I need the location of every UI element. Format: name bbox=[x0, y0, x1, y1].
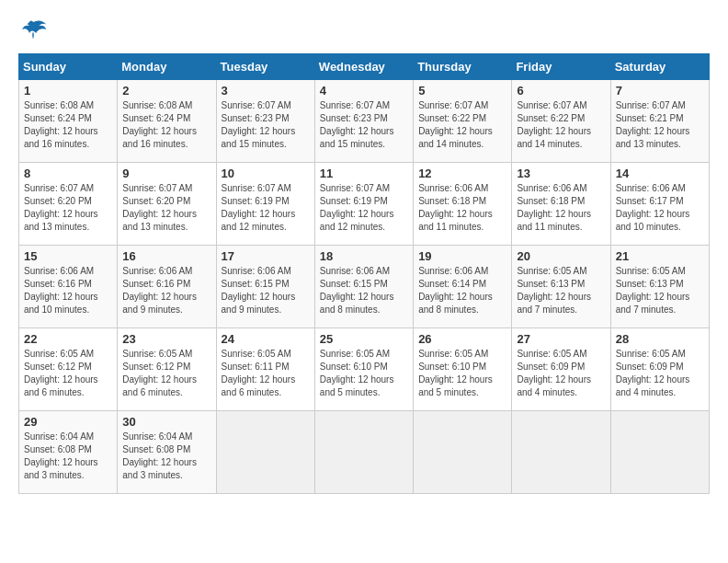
day-info: Sunrise: 6:08 AMSunset: 6:24 PMDaylight:… bbox=[24, 99, 112, 151]
calendar-cell: 11 Sunrise: 6:07 AMSunset: 6:19 PMDaylig… bbox=[314, 163, 413, 246]
calendar-week-1: 1 Sunrise: 6:08 AMSunset: 6:24 PMDayligh… bbox=[19, 80, 710, 163]
day-number: 5 bbox=[418, 84, 506, 98]
day-number: 24 bbox=[222, 332, 310, 346]
day-info: Sunrise: 6:04 AMSunset: 6:08 PMDaylight:… bbox=[24, 431, 112, 482]
calendar-cell: 13 Sunrise: 6:06 AMSunset: 6:18 PMDaylig… bbox=[512, 163, 610, 246]
calendar-cell: 26 Sunrise: 6:05 AMSunset: 6:10 PMDaylig… bbox=[414, 328, 512, 411]
day-info: Sunrise: 6:05 AMSunset: 6:09 PMDaylight:… bbox=[517, 348, 605, 399]
day-number: 14 bbox=[616, 167, 704, 180]
day-number: 11 bbox=[320, 167, 408, 180]
calendar-cell: 23 Sunrise: 6:05 AMSunset: 6:12 PMDaylig… bbox=[118, 328, 216, 411]
day-header-tuesday: Tuesday bbox=[216, 54, 314, 80]
day-header-thursday: Thursday bbox=[414, 54, 512, 80]
day-info: Sunrise: 6:06 AMSunset: 6:15 PMDaylight:… bbox=[320, 265, 408, 316]
day-number: 1 bbox=[24, 84, 112, 98]
day-info: Sunrise: 6:06 AMSunset: 6:17 PMDaylight:… bbox=[616, 182, 704, 234]
calendar-cell: 29 Sunrise: 6:04 AMSunset: 6:08 PMDaylig… bbox=[19, 411, 118, 494]
calendar-week-3: 15 Sunrise: 6:06 AMSunset: 6:16 PMDaylig… bbox=[19, 246, 710, 328]
day-number: 20 bbox=[517, 249, 605, 263]
day-number: 16 bbox=[122, 249, 210, 263]
day-number: 22 bbox=[24, 332, 112, 346]
day-number: 25 bbox=[320, 332, 408, 346]
calendar-cell: 6 Sunrise: 6:07 AMSunset: 6:22 PMDayligh… bbox=[512, 80, 610, 163]
day-number: 13 bbox=[517, 167, 605, 180]
calendar-cell: 16 Sunrise: 6:06 AMSunset: 6:16 PMDaylig… bbox=[118, 246, 216, 328]
calendar-cell bbox=[414, 411, 512, 494]
day-number: 12 bbox=[418, 167, 506, 180]
day-number: 6 bbox=[517, 84, 605, 98]
day-header-monday: Monday bbox=[118, 54, 216, 80]
day-number: 29 bbox=[24, 415, 112, 429]
day-number: 3 bbox=[222, 84, 310, 98]
calendar-body: 1 Sunrise: 6:08 AMSunset: 6:24 PMDayligh… bbox=[19, 80, 710, 494]
logo bbox=[18, 18, 51, 44]
calendar-cell: 24 Sunrise: 6:05 AMSunset: 6:11 PMDaylig… bbox=[216, 328, 314, 411]
day-info: Sunrise: 6:07 AMSunset: 6:20 PMDaylight:… bbox=[122, 182, 210, 234]
calendar-cell: 21 Sunrise: 6:05 AMSunset: 6:13 PMDaylig… bbox=[610, 246, 709, 328]
day-info: Sunrise: 6:07 AMSunset: 6:19 PMDaylight:… bbox=[222, 182, 310, 234]
calendar-cell bbox=[512, 411, 610, 494]
day-info: Sunrise: 6:06 AMSunset: 6:16 PMDaylight:… bbox=[122, 265, 210, 316]
day-info: Sunrise: 6:06 AMSunset: 6:18 PMDaylight:… bbox=[517, 182, 605, 234]
calendar-cell: 22 Sunrise: 6:05 AMSunset: 6:12 PMDaylig… bbox=[19, 328, 118, 411]
calendar-cell: 3 Sunrise: 6:07 AMSunset: 6:23 PMDayligh… bbox=[216, 80, 314, 163]
day-info: Sunrise: 6:05 AMSunset: 6:11 PMDaylight:… bbox=[222, 348, 310, 399]
calendar-header: SundayMondayTuesdayWednesdayThursdayFrid… bbox=[19, 54, 710, 80]
calendar-cell: 25 Sunrise: 6:05 AMSunset: 6:10 PMDaylig… bbox=[314, 328, 413, 411]
day-info: Sunrise: 6:05 AMSunset: 6:12 PMDaylight:… bbox=[122, 348, 210, 399]
calendar-table: SundayMondayTuesdayWednesdayThursdayFrid… bbox=[18, 53, 710, 494]
day-number: 9 bbox=[122, 167, 210, 180]
day-header-friday: Friday bbox=[512, 54, 610, 80]
day-info: Sunrise: 6:06 AMSunset: 6:15 PMDaylight:… bbox=[222, 265, 310, 316]
day-number: 18 bbox=[320, 249, 408, 263]
day-number: 19 bbox=[418, 249, 506, 263]
day-info: Sunrise: 6:05 AMSunset: 6:13 PMDaylight:… bbox=[517, 265, 605, 316]
day-info: Sunrise: 6:05 AMSunset: 6:10 PMDaylight:… bbox=[320, 348, 408, 399]
day-info: Sunrise: 6:08 AMSunset: 6:24 PMDaylight:… bbox=[122, 99, 210, 151]
day-number: 2 bbox=[122, 84, 210, 98]
calendar-week-2: 8 Sunrise: 6:07 AMSunset: 6:20 PMDayligh… bbox=[19, 163, 710, 246]
day-number: 7 bbox=[616, 84, 704, 98]
day-number: 26 bbox=[418, 332, 506, 346]
calendar-cell: 18 Sunrise: 6:06 AMSunset: 6:15 PMDaylig… bbox=[314, 246, 413, 328]
day-header-wednesday: Wednesday bbox=[314, 54, 413, 80]
calendar-cell: 17 Sunrise: 6:06 AMSunset: 6:15 PMDaylig… bbox=[216, 246, 314, 328]
day-number: 27 bbox=[517, 332, 605, 346]
day-number: 4 bbox=[320, 84, 408, 98]
day-info: Sunrise: 6:07 AMSunset: 6:20 PMDaylight:… bbox=[24, 182, 112, 234]
calendar-cell: 28 Sunrise: 6:05 AMSunset: 6:09 PMDaylig… bbox=[610, 328, 709, 411]
day-info: Sunrise: 6:05 AMSunset: 6:13 PMDaylight:… bbox=[616, 265, 704, 316]
calendar-cell: 4 Sunrise: 6:07 AMSunset: 6:23 PMDayligh… bbox=[314, 80, 413, 163]
day-info: Sunrise: 6:07 AMSunset: 6:19 PMDaylight:… bbox=[320, 182, 408, 234]
day-info: Sunrise: 6:04 AMSunset: 6:08 PMDaylight:… bbox=[122, 431, 210, 482]
day-info: Sunrise: 6:05 AMSunset: 6:10 PMDaylight:… bbox=[418, 348, 506, 399]
day-number: 28 bbox=[616, 332, 704, 346]
calendar-cell: 1 Sunrise: 6:08 AMSunset: 6:24 PMDayligh… bbox=[19, 80, 118, 163]
day-number: 21 bbox=[616, 249, 704, 263]
day-number: 30 bbox=[122, 415, 210, 429]
day-number: 15 bbox=[24, 249, 112, 263]
calendar-cell bbox=[610, 411, 709, 494]
day-number: 17 bbox=[222, 249, 310, 263]
day-number: 8 bbox=[24, 167, 112, 180]
calendar-cell: 12 Sunrise: 6:06 AMSunset: 6:18 PMDaylig… bbox=[414, 163, 512, 246]
calendar-week-4: 22 Sunrise: 6:05 AMSunset: 6:12 PMDaylig… bbox=[19, 328, 710, 411]
day-info: Sunrise: 6:07 AMSunset: 6:22 PMDaylight:… bbox=[517, 99, 605, 151]
day-info: Sunrise: 6:05 AMSunset: 6:09 PMDaylight:… bbox=[616, 348, 704, 399]
day-info: Sunrise: 6:06 AMSunset: 6:14 PMDaylight:… bbox=[418, 265, 506, 316]
day-info: Sunrise: 6:05 AMSunset: 6:12 PMDaylight:… bbox=[24, 348, 112, 399]
calendar-cell: 20 Sunrise: 6:05 AMSunset: 6:13 PMDaylig… bbox=[512, 246, 610, 328]
calendar-cell: 5 Sunrise: 6:07 AMSunset: 6:22 PMDayligh… bbox=[414, 80, 512, 163]
day-header-sunday: Sunday bbox=[19, 54, 118, 80]
logo-bird-icon bbox=[18, 18, 48, 44]
day-info: Sunrise: 6:07 AMSunset: 6:23 PMDaylight:… bbox=[222, 99, 310, 151]
calendar-cell: 2 Sunrise: 6:08 AMSunset: 6:24 PMDayligh… bbox=[118, 80, 216, 163]
day-header-saturday: Saturday bbox=[610, 54, 709, 80]
day-info: Sunrise: 6:07 AMSunset: 6:21 PMDaylight:… bbox=[616, 99, 704, 151]
calendar-cell: 19 Sunrise: 6:06 AMSunset: 6:14 PMDaylig… bbox=[414, 246, 512, 328]
day-info: Sunrise: 6:07 AMSunset: 6:23 PMDaylight:… bbox=[320, 99, 408, 151]
calendar-cell: 27 Sunrise: 6:05 AMSunset: 6:09 PMDaylig… bbox=[512, 328, 610, 411]
calendar-cell: 15 Sunrise: 6:06 AMSunset: 6:16 PMDaylig… bbox=[19, 246, 118, 328]
calendar-cell: 8 Sunrise: 6:07 AMSunset: 6:20 PMDayligh… bbox=[19, 163, 118, 246]
day-number: 10 bbox=[222, 167, 310, 180]
